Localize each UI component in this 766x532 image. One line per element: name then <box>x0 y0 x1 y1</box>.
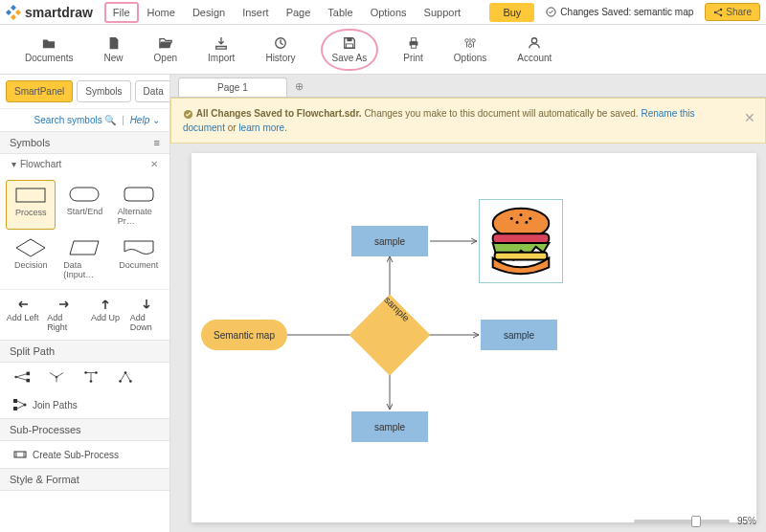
open-button[interactable]: Open <box>148 34 183 65</box>
svg-point-12 <box>465 38 469 42</box>
sub-processes-header: Sub-Processes <box>0 418 169 441</box>
svg-point-35 <box>90 380 93 383</box>
save-banner: All Changes Saved to Flowchart.sdr. Chan… <box>170 98 766 144</box>
svg-line-5 <box>715 12 721 15</box>
create-sub-process[interactable]: Create Sub-Process <box>0 441 169 468</box>
svg-point-33 <box>84 371 87 374</box>
style-format-header: Style & Format <box>0 468 169 491</box>
svg-point-59 <box>516 221 519 224</box>
shape-process[interactable]: Process <box>6 180 56 230</box>
svg-point-13 <box>472 38 476 42</box>
menu-design[interactable]: Design <box>184 2 234 23</box>
app-logo: smartdraw <box>6 5 93 20</box>
svg-point-57 <box>520 213 523 216</box>
svg-rect-7 <box>347 37 351 41</box>
node-right[interactable]: sample <box>481 320 557 350</box>
svg-rect-42 <box>13 407 17 410</box>
zoom-slider[interactable] <box>634 520 730 523</box>
svg-line-4 <box>715 10 721 12</box>
menu-table[interactable]: Table <box>319 2 361 23</box>
svg-point-18 <box>532 37 537 42</box>
zoom-value: 95% <box>737 516 756 526</box>
svg-rect-21 <box>124 188 153 201</box>
options-button[interactable]: Options <box>448 34 492 65</box>
menu-icon[interactable]: ≡ <box>154 137 160 148</box>
new-button[interactable]: New <box>99 34 129 65</box>
svg-rect-26 <box>27 379 31 383</box>
svg-point-39 <box>119 380 122 383</box>
svg-line-24 <box>16 377 29 381</box>
menu-file[interactable]: File <box>104 2 139 23</box>
close-icon[interactable]: ✕ <box>744 108 755 128</box>
menu-page[interactable]: Page <box>278 2 320 23</box>
saveas-button[interactable]: Save As <box>321 29 379 71</box>
search-symbols-link[interactable]: Search symbols 🔍 <box>34 115 117 125</box>
shape-alternatepr[interactable]: Alternate Pr… <box>114 180 164 230</box>
svg-rect-20 <box>70 188 99 201</box>
svg-point-14 <box>468 43 472 47</box>
svg-point-60 <box>525 221 528 224</box>
svg-point-58 <box>529 217 531 220</box>
svg-rect-61 <box>493 233 550 243</box>
add-down[interactable]: Add Down <box>126 294 168 336</box>
save-status: Changes Saved: semantic map <box>546 7 693 17</box>
svg-point-45 <box>24 404 27 407</box>
node-start[interactable]: Semantic map <box>201 320 287 350</box>
svg-rect-62 <box>495 253 548 260</box>
split-icon[interactable] <box>48 370 65 384</box>
print-button[interactable]: Print <box>397 34 429 65</box>
join-paths[interactable]: Join Paths <box>0 391 169 418</box>
svg-line-28 <box>50 373 56 378</box>
close-icon[interactable]: ✕ <box>150 159 158 169</box>
node-decision[interactable]: sample <box>361 306 418 364</box>
node-bottom[interactable]: sample <box>351 411 428 442</box>
share-button[interactable]: Share <box>705 3 760 21</box>
node-top[interactable]: sample <box>351 226 428 256</box>
add-right[interactable]: Add Right <box>43 294 84 336</box>
category-flowchart[interactable]: ▾ Flowchart✕ <box>0 154 169 174</box>
menu-home[interactable]: Home <box>139 2 184 23</box>
import-button[interactable]: Import <box>202 34 240 65</box>
shape-decision[interactable]: Decision <box>6 233 56 283</box>
svg-rect-41 <box>13 399 17 403</box>
symbols-header: Symbols≡ <box>0 131 169 154</box>
shape-startend[interactable]: Start/End <box>59 180 109 230</box>
documents-button[interactable]: Documents <box>19 34 79 65</box>
split-icon[interactable] <box>117 370 134 384</box>
svg-point-38 <box>124 371 127 374</box>
history-button[interactable]: History <box>259 34 301 65</box>
panel-tab-smartpanel[interactable]: SmartPanel <box>6 80 73 102</box>
add-left[interactable]: Add Left <box>2 294 43 336</box>
svg-point-40 <box>129 380 132 383</box>
menu-support[interactable]: Support <box>416 2 470 23</box>
menu-insert[interactable]: Insert <box>234 2 278 23</box>
add-page-button[interactable]: ⊕ <box>287 77 311 97</box>
buy-button[interactable]: Buy <box>489 3 534 22</box>
svg-line-36 <box>121 373 125 382</box>
svg-rect-25 <box>27 372 31 376</box>
svg-point-34 <box>95 371 98 374</box>
add-up[interactable]: Add Up <box>85 294 126 336</box>
split-icon[interactable] <box>13 370 31 384</box>
help-link[interactable]: Help <box>130 115 150 125</box>
panel-tab-data[interactable]: Data <box>135 80 170 102</box>
split-path-header: Split Path <box>0 340 169 363</box>
split-icon[interactable] <box>82 370 100 384</box>
svg-rect-11 <box>411 44 416 48</box>
image-burger[interactable] <box>479 199 563 283</box>
shape-datainput[interactable]: Data (Input… <box>59 233 109 283</box>
account-button[interactable]: Account <box>511 34 557 65</box>
svg-line-23 <box>16 373 29 377</box>
svg-point-56 <box>510 217 513 220</box>
shape-document[interactable]: Document <box>114 233 164 283</box>
svg-line-29 <box>56 373 63 378</box>
page-tab[interactable]: Page 1 <box>178 78 287 97</box>
svg-rect-10 <box>411 37 416 41</box>
menu-options[interactable]: Options <box>362 2 416 23</box>
svg-line-37 <box>125 373 130 382</box>
panel-tab-symbols[interactable]: Symbols <box>77 80 130 102</box>
learn-more-link[interactable]: learn more <box>238 122 284 133</box>
svg-rect-19 <box>16 188 45 202</box>
